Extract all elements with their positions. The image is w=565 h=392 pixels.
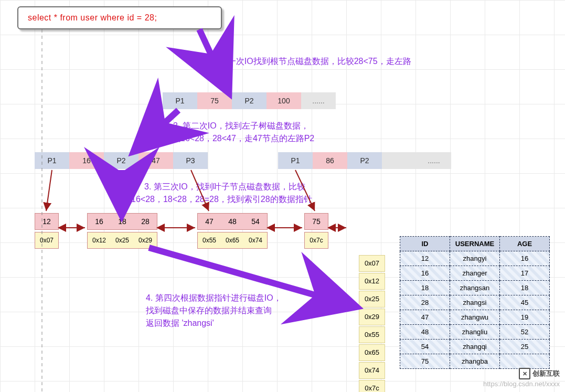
table-row: 28zhangsi45 — [400, 295, 550, 310]
mr-k1: 86 — [313, 152, 347, 169]
addr-7: 0x7c — [359, 380, 385, 392]
table-cell: 75 — [400, 354, 450, 369]
leaf0-p: 0x07 — [35, 232, 58, 248]
mid-left-node: P1 16 P2 47 P3 — [35, 152, 208, 169]
table-cell: 45 — [500, 295, 550, 310]
leaf2-p2: 0x74 — [244, 232, 267, 248]
mr-p2: P2 — [347, 152, 382, 169]
step2-annotation-a: 2. 第二次IO，找到左子树磁盘数据， — [173, 120, 309, 132]
mr-p1: P1 — [278, 152, 313, 169]
step1-annotation: 1. 第一次IO找到根节点磁盘数据，比较28<75，走左路 — [210, 55, 411, 68]
table-cell: zhangwu — [450, 310, 500, 325]
leaf1-k0: 16 — [88, 214, 111, 229]
table-cell: 52 — [500, 325, 550, 340]
table-row: 75zhangba — [400, 354, 550, 369]
addr-5: 0x65 — [359, 344, 385, 361]
step4-annotation-a: 4. 第四次根据数据指针进行磁盘IO， — [146, 292, 282, 304]
table-cell: 18 — [400, 281, 450, 295]
table-cell: 54 — [400, 340, 450, 354]
leaf2-k1: 48 — [221, 214, 244, 229]
ml-k2: 47 — [138, 152, 173, 169]
leaf1-p1: 0x25 — [111, 232, 134, 248]
leaf-3: 75 0x7c — [304, 213, 328, 249]
table-cell: 48 — [400, 325, 450, 340]
root-p2: P2 — [232, 92, 266, 109]
step4-annotation-b: 找到磁盘中保存的数据并结束查询 — [146, 304, 272, 317]
leaf0-k: 12 — [35, 214, 58, 229]
leaf1-k2: 28 — [134, 214, 157, 229]
table-cell: 16 — [400, 266, 450, 281]
address-column: 0x07 0x12 0x25 0x29 0x55 0x65 0x74 0x7c — [359, 255, 385, 392]
th-user: USERNAME — [450, 237, 500, 251]
table-cell: zhanger — [450, 266, 500, 281]
leaf1-p0: 0x12 — [88, 232, 111, 248]
brand-icon: ✕ — [519, 368, 530, 379]
root-node: P1 75 P2 100 ...... — [163, 92, 336, 109]
leaf3-k: 75 — [305, 214, 328, 229]
ml-k1: 16 — [69, 152, 104, 169]
addr-0: 0x07 — [359, 255, 385, 272]
th-age: AGE — [500, 237, 550, 251]
table-cell: zhangliu — [450, 325, 500, 340]
leaf-1: 16 18 28 0x12 0x25 0x29 — [87, 213, 157, 249]
table-cell: 28 — [400, 295, 450, 310]
table-row: 12zhangyi16 — [400, 251, 550, 266]
mr-more: ...... — [417, 152, 451, 169]
table-cell: 16 — [500, 251, 550, 266]
sql-text: select * from user where id = 28; — [28, 13, 157, 23]
table-cell: zhangsan — [450, 281, 500, 295]
leaf1-k1: 18 — [111, 214, 134, 229]
th-id: ID — [400, 237, 450, 251]
leaf-2: 47 48 54 0x55 0x65 0x74 — [197, 213, 268, 249]
step4-annotation-c: 返回数据 'zhangsi' — [146, 317, 214, 330]
table-cell: zhangyi — [450, 251, 500, 266]
table-cell: zhangsi — [450, 295, 500, 310]
addr-6: 0x74 — [359, 362, 385, 379]
brand-logo: ✕ 创新互联 — [519, 368, 560, 379]
table-cell: 19 — [500, 310, 550, 325]
addr-1: 0x12 — [359, 273, 385, 290]
addr-2: 0x25 — [359, 291, 385, 308]
mid-right-node: P1 86 P2 ...... — [278, 152, 451, 169]
ml-p2: P2 — [104, 152, 138, 169]
table-row: 47zhangwu19 — [400, 310, 550, 325]
root-k2: 100 — [266, 92, 301, 109]
leaf2-k2: 54 — [244, 214, 267, 229]
result-table: ID USERNAME AGE 12zhangyi1616zhanger1718… — [400, 236, 550, 369]
table-row: 54zhangqi25 — [400, 340, 550, 354]
step3-annotation-a: 3. 第三次IO，找到叶子节点磁盘数据，比较 — [144, 181, 305, 193]
ml-p1: P1 — [35, 152, 69, 169]
mr-empty — [382, 152, 417, 169]
leaf2-k0: 47 — [198, 214, 221, 229]
table-cell — [500, 354, 550, 369]
leaf1-p2: 0x29 — [134, 232, 157, 248]
leaf2-p1: 0x65 — [221, 232, 244, 248]
leaf2-p0: 0x55 — [198, 232, 221, 248]
svg-line-1 — [46, 170, 52, 211]
table-row: 18zhangsan18 — [400, 281, 550, 295]
step2-annotation-b: 比较16<28，28<47，走47节点的左路P2 — [164, 132, 314, 145]
sql-query-box: select * from user where id = 28; — [17, 6, 222, 29]
table-cell: 25 — [500, 340, 550, 354]
step3-annotation-b: 16<28，18<28，28=28，找到索引28的数据指针 — [131, 193, 312, 206]
table-cell: 17 — [500, 266, 550, 281]
ml-p3: P3 — [173, 152, 208, 169]
table-row: 48zhangliu52 — [400, 325, 550, 340]
root-p1: P1 — [163, 92, 197, 109]
root-k1: 75 — [197, 92, 232, 109]
watermark-url: https://blog.csdn.net/xxxx — [483, 380, 560, 388]
table-cell: zhangba — [450, 354, 500, 369]
leaf3-p: 0x7c — [305, 232, 328, 248]
table-cell: zhangqi — [450, 340, 500, 354]
table-cell: 18 — [500, 281, 550, 295]
table-cell: 12 — [400, 251, 450, 266]
leaf-0: 12 0x07 — [35, 213, 59, 249]
brand-text: 创新互联 — [532, 369, 560, 378]
addr-3: 0x29 — [359, 309, 385, 325]
addr-4: 0x55 — [359, 326, 385, 343]
root-more: ...... — [301, 92, 336, 109]
table-row: 16zhanger17 — [400, 266, 550, 281]
table-cell: 47 — [400, 310, 450, 325]
